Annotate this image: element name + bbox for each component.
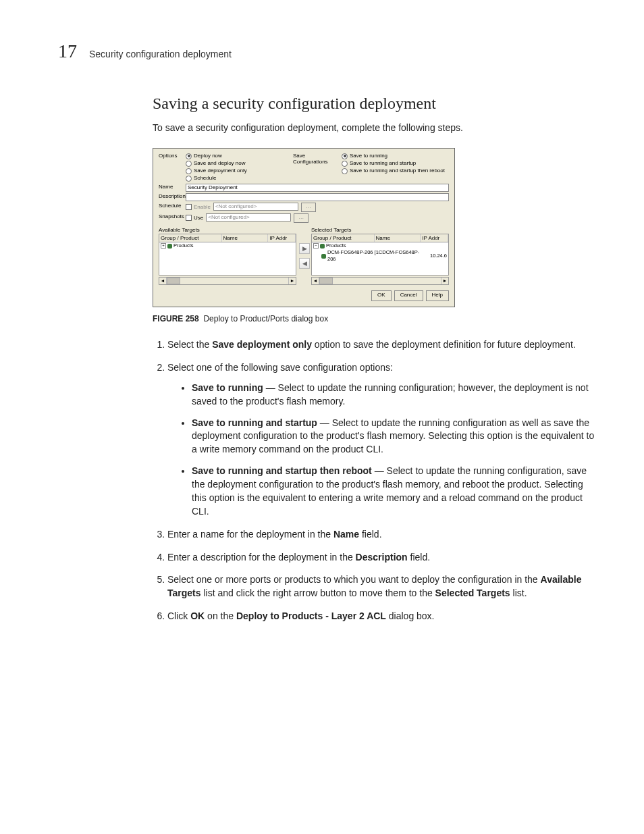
list-item: Save to running — Select to update the r… [192, 382, 595, 409]
name-input[interactable]: Security Deployment [186, 184, 449, 192]
tree-row[interactable]: + Products [159, 242, 296, 249]
figure-caption-text: Deploy to Product/Ports dialog box [203, 314, 328, 323]
col-name: Name [222, 234, 269, 242]
radio-label: Save to running and startup [350, 160, 416, 167]
step-2: Select one of the following save configu… [167, 361, 595, 519]
option-term: Save to running [192, 382, 263, 393]
products-icon [167, 244, 172, 249]
schedule-field-label: Schedule [159, 203, 186, 212]
help-button[interactable]: Help [426, 290, 449, 301]
use-label: Use [194, 215, 203, 221]
page: 17 Security configuration deployment Sav… [0, 0, 644, 673]
step-text: field. [408, 552, 430, 563]
tree-label: Products [326, 242, 346, 249]
save-config-column: Save to running Save to running and star… [342, 153, 449, 182]
radio-empty-icon [342, 168, 348, 174]
step-1: Select the Save deployment only option t… [167, 338, 595, 352]
list-item: Save to running and startup — Select to … [192, 417, 595, 457]
selected-targets-header: Group / Product Name IP Addr [311, 234, 449, 242]
radio-save-running[interactable]: Save to running [342, 153, 449, 159]
col-ip: IP Addr [421, 234, 448, 242]
tree-row[interactable]: − Products [312, 242, 448, 249]
selected-targets-body[interactable]: − Products DCM-FOS648P-206 [1CDCM-FOS648… [311, 242, 449, 276]
tree-row[interactable]: DCM-FOS648P-206 [1CDCM-FOS648P-206 10.24… [312, 249, 448, 263]
radio-empty-icon [186, 161, 192, 167]
step-term: OK [190, 610, 205, 621]
radio-label: Schedule [194, 175, 216, 182]
schedule-config-display: <Not configured> [213, 203, 298, 211]
checkbox-icon [186, 204, 192, 210]
use-checkbox[interactable]: Use [186, 213, 203, 222]
selected-scrollbar[interactable]: ◄ ► [311, 277, 449, 285]
scroll-right-icon[interactable]: ► [288, 278, 296, 284]
figure-caption: FIGURE 258 Deploy to Product/Ports dialo… [153, 314, 595, 323]
description-field-label: Description [159, 193, 186, 201]
radio-save-run-startup-reboot[interactable]: Save to running and startup then reboot [342, 167, 449, 174]
enable-checkbox[interactable]: Enable [186, 203, 211, 211]
radio-label: Deploy now [194, 153, 222, 159]
procedure-steps: Select the Save deployment only option t… [153, 338, 595, 623]
collapse-icon[interactable]: − [313, 243, 319, 249]
selected-targets-panel: Selected Targets Group / Product Name IP… [311, 227, 449, 285]
dialog-button-bar: OK Cancel Help [159, 290, 449, 301]
section-intro: To save a security configuration deploym… [153, 122, 595, 133]
scroll-left-icon[interactable]: ◄ [312, 278, 319, 284]
col-group: Group / Product [312, 234, 375, 242]
snapshots-row: Snapshots Use <Not configured> … [159, 213, 449, 223]
options-column: Deploy now Save and deploy now Save depl… [186, 153, 293, 182]
list-item: Save to running and startup then reboot … [192, 465, 595, 519]
available-scrollbar[interactable]: ◄ ► [159, 277, 296, 285]
step-text: Select the [167, 339, 212, 350]
tree-item-ip: 10.24.6 [430, 253, 447, 259]
step-term: Deploy to Products - Layer 2 ACL [236, 610, 386, 621]
description-input[interactable] [186, 193, 449, 201]
section-title: Saving a security configuration deployme… [153, 95, 595, 113]
step-text: dialog box. [386, 610, 435, 621]
name-field-label: Name [159, 184, 186, 192]
radio-label: Save and deploy now [194, 160, 246, 167]
option-term: Save to running and startup then reboot [192, 465, 372, 476]
move-left-button[interactable]: ◀ [299, 258, 310, 269]
step-text: Select one or more ports or products to … [167, 574, 541, 585]
step-term: Description [356, 552, 408, 563]
scroll-right-icon[interactable]: ► [441, 278, 448, 284]
options-row: Options Deploy now Save and deploy now S… [159, 153, 449, 182]
radio-label: Save deployment only [194, 167, 247, 174]
available-targets-body[interactable]: + Products [159, 242, 296, 276]
scroll-left-icon[interactable]: ◄ [159, 278, 167, 284]
step-6: Click OK on the Deploy to Products - Lay… [167, 610, 595, 623]
schedule-row: Schedule Enable <Not configured> … [159, 203, 449, 212]
radio-save-and-deploy[interactable]: Save and deploy now [186, 160, 293, 167]
option-term: Save to running and startup [192, 417, 317, 428]
step-text: option to save the deployment definition… [312, 339, 576, 350]
col-name: Name [375, 234, 421, 242]
step-4: Enter a description for the deployment i… [167, 551, 595, 565]
col-ip: IP Addr [268, 234, 296, 242]
move-buttons: ▶ ◀ [299, 227, 308, 285]
schedule-config-button[interactable]: … [301, 203, 316, 212]
snapshot-config-button[interactable]: … [294, 213, 308, 223]
radio-label: Save to running [350, 153, 387, 159]
move-right-button[interactable]: ▶ [299, 243, 310, 254]
deploy-dialog: Options Deploy now Save and deploy now S… [153, 148, 455, 307]
radio-schedule[interactable]: Schedule [186, 175, 293, 182]
radio-dot-icon [342, 153, 348, 159]
radio-save-only[interactable]: Save deployment only [186, 167, 293, 174]
save-config-label: Save Configurations [293, 153, 342, 182]
step-term: Name [333, 529, 359, 540]
radio-save-run-startup[interactable]: Save to running and startup [342, 160, 449, 167]
ok-button[interactable]: OK [371, 290, 392, 301]
step-text: Enter a name for the deployment in the [167, 529, 333, 540]
radio-deploy-now[interactable]: Deploy now [186, 153, 293, 159]
radio-empty-icon [186, 176, 192, 182]
expand-icon[interactable]: + [161, 243, 166, 249]
cancel-button[interactable]: Cancel [394, 290, 423, 301]
content-area: Saving a security configuration deployme… [153, 95, 595, 623]
figure-label: FIGURE 258 [153, 314, 199, 323]
scroll-thumb[interactable] [167, 278, 180, 284]
running-head-text: Security configuration deployment [89, 49, 232, 59]
save-options-list: Save to running — Select to update the r… [167, 382, 595, 519]
step-text: list and click the right arrow button to… [201, 588, 435, 598]
col-group: Group / Product [159, 234, 222, 242]
scroll-thumb[interactable] [319, 278, 333, 284]
